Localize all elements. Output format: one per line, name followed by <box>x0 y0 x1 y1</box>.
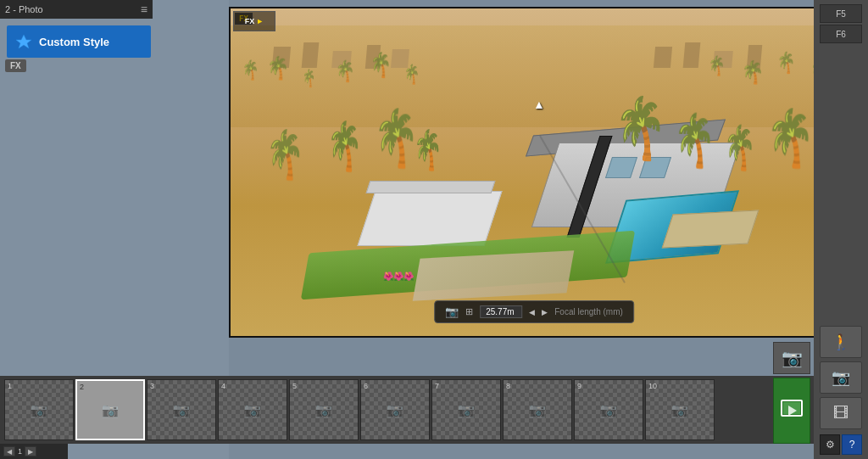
custom-style-button[interactable]: Custom Style <box>7 25 151 58</box>
ground-plants: 🌺🌺🌺 <box>383 271 414 281</box>
bottom-icon-row: ⚙ ? <box>820 434 862 455</box>
f6-button[interactable]: F6 <box>820 25 862 43</box>
snap-camera-button[interactable]: 📷 <box>773 342 810 374</box>
viewport-top-icon[interactable]: FX ► <box>233 11 275 31</box>
camera-mode-icon: ⊞ <box>465 306 473 317</box>
f5-button[interactable]: F5 <box>820 4 862 23</box>
thumb-slot-4[interactable]: 4 📷 <box>218 379 287 440</box>
active-render-view[interactable] <box>773 378 810 444</box>
thumb-cam-icon-4: 📷 <box>244 402 261 418</box>
thumb-number-4: 4 <box>221 382 225 390</box>
camera-control-bar: 📷 ⊞ 25.77m ◀ ▶ Focal length (mm) <box>434 300 634 323</box>
arrow-left[interactable]: ◀ <box>529 308 535 316</box>
camera-icon: 📷 <box>832 368 850 387</box>
thumb-number-10: 10 <box>648 382 657 390</box>
bottom-strip: 1 📷 2 📷 3 📷 4 📷 5 📷 6 📷 7 📷 8 📷 9 📷 10 📷 <box>0 376 814 444</box>
thumb-slot-2[interactable]: 2 📷 <box>75 379 145 440</box>
thumb-slot-3[interactable]: 3 📷 <box>147 379 216 440</box>
custom-style-label: Custom Style <box>39 36 109 48</box>
main-viewport[interactable]: 🌴 🌴 🌴 🌴 🌴 🌴 🌴 🌴 🌴 🌴 🌴 🌴 🌴 <box>229 7 839 338</box>
thumb-number-9: 9 <box>577 382 581 390</box>
driveway <box>413 250 574 300</box>
fx-badge[interactable]: FX <box>5 59 26 72</box>
thumb-cam-icon-8: 📷 <box>529 402 546 418</box>
arrow-right[interactable]: ▶ <box>542 308 548 316</box>
thumb-slot-6[interactable]: 6 📷 <box>360 379 430 440</box>
help-button[interactable]: ? <box>842 434 862 455</box>
thumb-number-6: 6 <box>364 382 368 390</box>
thumb-cam-icon-1: 📷 <box>31 402 47 418</box>
settings-button[interactable]: ⚙ <box>820 434 840 455</box>
white-structure <box>357 191 502 246</box>
white-structure-roof <box>366 181 496 193</box>
thumb-cam-icon-5: 📷 <box>315 402 332 418</box>
title-bar-text: 2 - Photo <box>5 4 43 14</box>
thumb-slot-5[interactable]: 5 📷 <box>289 379 359 440</box>
thumb-slot-8[interactable]: 8 📷 <box>503 379 572 440</box>
thumb-slot-7[interactable]: 7 📷 <box>431 379 501 440</box>
custom-style-icon <box>15 33 32 50</box>
thumb-number-8: 8 <box>506 382 510 390</box>
thumb-number-5: 5 <box>292 382 297 390</box>
page-forward-btn[interactable]: ▶ <box>25 446 36 456</box>
distance-value-display[interactable]: 25.77m <box>480 305 522 318</box>
snap-camera-icon: 📷 <box>782 348 803 368</box>
thumb-cam-icon-10: 📷 <box>671 402 688 418</box>
thumb-cam-icon-2: 📷 <box>102 402 119 418</box>
thumb-slot-9[interactable]: 9 📷 <box>574 379 643 440</box>
page-back-btn[interactable]: ◀ <box>3 446 15 456</box>
focal-length-label: Focal length (mm) <box>554 307 623 316</box>
title-bar: 2 - Photo ≡ <box>0 0 153 19</box>
thumb-number-3: 3 <box>150 382 154 390</box>
thumb-cam-icon-3: 📷 <box>173 402 190 418</box>
thumb-cam-icon-7: 📷 <box>458 402 475 418</box>
thumb-number-2: 2 <box>80 383 84 391</box>
thumb-number-7: 7 <box>435 382 439 390</box>
thumb-number-1: 1 <box>8 382 12 390</box>
thumb-slot-1[interactable]: 1 📷 <box>4 379 74 440</box>
help-icon: ? <box>849 439 855 451</box>
thumb-cam-icon-6: 📷 <box>387 402 403 418</box>
camera-tool-button[interactable]: 📷 <box>820 361 862 394</box>
pool-deck <box>662 210 760 248</box>
film-icon: 🎞 <box>833 405 849 423</box>
render-view-icon <box>780 399 804 423</box>
thumb-slot-10[interactable]: 10 📷 <box>645 379 715 440</box>
page-nav: ◀ 1 ▶ <box>0 444 68 459</box>
svg-marker-0 <box>16 35 31 48</box>
right-toolbar: F5 F6 🚶 📷 🎞 ⚙ ? <box>814 0 868 459</box>
distant-buildings <box>248 21 821 106</box>
film-tool-button[interactable]: 🎞 <box>820 397 862 429</box>
thumb-cam-icon-9: 📷 <box>600 402 617 418</box>
page-number: 1 <box>18 447 22 456</box>
walk-icon: 🚶 <box>832 333 850 351</box>
title-bar-menu-icon[interactable]: ≡ <box>141 3 147 16</box>
walk-tool-button[interactable]: 🚶 <box>820 326 862 358</box>
settings-icon: ⚙ <box>826 439 835 451</box>
camera-icon-bar: 📷 <box>445 305 459 318</box>
